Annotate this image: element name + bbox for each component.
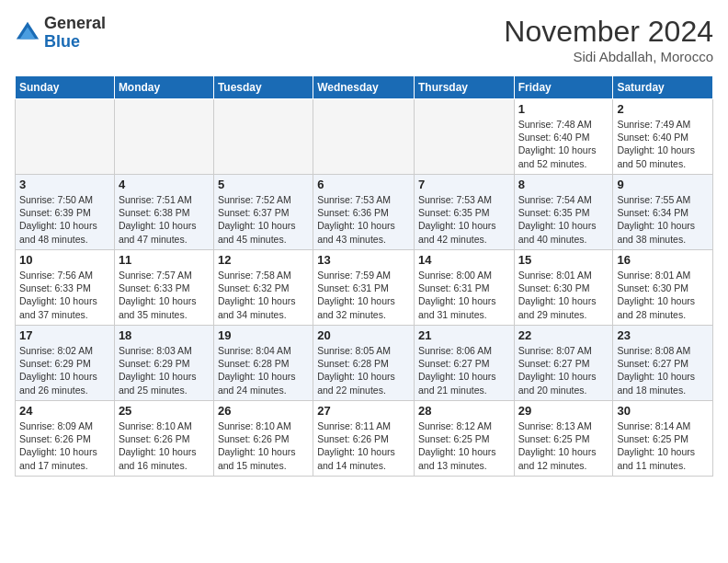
day-info: Sunrise: 7:54 AMSunset: 6:35 PMDaylight:…	[518, 193, 609, 246]
month-title: November 2024	[504, 15, 713, 49]
day-info: Sunrise: 8:08 AMSunset: 6:27 PMDaylight:…	[617, 344, 709, 396]
calendar-cell: 3Sunrise: 7:50 AMSunset: 6:39 PMDaylight…	[16, 175, 115, 250]
location-subtitle: Sidi Abdallah, Morocco	[504, 49, 713, 64]
day-info: Sunrise: 8:01 AMSunset: 6:30 PMDaylight:…	[518, 269, 609, 321]
day-info: Sunrise: 8:03 AMSunset: 6:29 PMDaylight:…	[119, 344, 210, 396]
calendar-cell: 28Sunrise: 8:12 AMSunset: 6:25 PMDayligh…	[414, 401, 514, 477]
day-number: 6	[317, 178, 410, 191]
day-number: 10	[19, 253, 110, 267]
title-block: November 2024 Sidi Abdallah, Morocco	[504, 15, 713, 64]
calendar-week-row: 1Sunrise: 7:48 AMSunset: 6:40 PMDaylight…	[16, 99, 713, 175]
calendar-week-row: 24Sunrise: 8:09 AMSunset: 6:26 PMDayligh…	[16, 401, 713, 477]
calendar-cell: 19Sunrise: 8:04 AMSunset: 6:28 PMDayligh…	[213, 326, 313, 401]
day-number: 7	[418, 178, 510, 191]
calendar-cell: 22Sunrise: 8:07 AMSunset: 6:27 PMDayligh…	[514, 326, 613, 401]
calendar-cell: 30Sunrise: 8:14 AMSunset: 6:25 PMDayligh…	[613, 401, 713, 477]
calendar-cell: 7Sunrise: 7:53 AMSunset: 6:35 PMDaylight…	[414, 175, 514, 250]
calendar-cell: 4Sunrise: 7:51 AMSunset: 6:38 PMDaylight…	[114, 175, 213, 250]
day-number: 17	[19, 328, 110, 342]
calendar-cell: 21Sunrise: 8:06 AMSunset: 6:27 PMDayligh…	[414, 326, 514, 401]
day-number: 15	[518, 253, 609, 267]
day-info: Sunrise: 8:10 AMSunset: 6:26 PMDaylight:…	[119, 419, 210, 472]
calendar-cell: 6Sunrise: 7:53 AMSunset: 6:36 PMDaylight…	[313, 175, 415, 250]
calendar-day-header: Monday	[114, 76, 213, 99]
day-info: Sunrise: 7:53 AMSunset: 6:36 PMDaylight:…	[317, 193, 410, 246]
day-info: Sunrise: 8:04 AMSunset: 6:28 PMDaylight:…	[218, 344, 309, 396]
logo-icon	[15, 20, 40, 46]
calendar-cell	[213, 99, 313, 175]
day-info: Sunrise: 8:01 AMSunset: 6:30 PMDaylight:…	[617, 269, 709, 321]
calendar-cell: 27Sunrise: 8:11 AMSunset: 6:26 PMDayligh…	[313, 401, 415, 477]
calendar-day-header: Saturday	[613, 76, 713, 99]
calendar-cell	[114, 99, 213, 175]
logo-general-text: General	[44, 15, 106, 33]
calendar-cell: 10Sunrise: 7:56 AMSunset: 6:33 PMDayligh…	[16, 250, 115, 326]
calendar-header-row: SundayMondayTuesdayWednesdayThursdayFrid…	[16, 76, 713, 99]
day-number: 19	[218, 328, 309, 342]
calendar-cell	[16, 99, 115, 175]
calendar-cell: 9Sunrise: 7:55 AMSunset: 6:34 PMDaylight…	[613, 175, 713, 250]
day-info: Sunrise: 8:02 AMSunset: 6:29 PMDaylight:…	[19, 344, 110, 396]
day-number: 30	[617, 404, 709, 418]
calendar-cell: 14Sunrise: 8:00 AMSunset: 6:31 PMDayligh…	[414, 250, 514, 326]
day-number: 27	[317, 404, 410, 418]
calendar-cell: 16Sunrise: 8:01 AMSunset: 6:30 PMDayligh…	[613, 250, 713, 326]
calendar-cell: 12Sunrise: 7:58 AMSunset: 6:32 PMDayligh…	[213, 250, 313, 326]
logo: General Blue	[15, 15, 106, 52]
day-number: 21	[418, 328, 510, 342]
day-number: 2	[617, 102, 709, 116]
day-info: Sunrise: 8:05 AMSunset: 6:28 PMDaylight:…	[317, 344, 410, 396]
day-info: Sunrise: 7:53 AMSunset: 6:35 PMDaylight:…	[418, 193, 510, 246]
calendar-week-row: 3Sunrise: 7:50 AMSunset: 6:39 PMDaylight…	[16, 175, 713, 250]
calendar-day-header: Tuesday	[213, 76, 313, 99]
logo-blue-text: Blue	[44, 33, 106, 52]
day-info: Sunrise: 7:49 AMSunset: 6:40 PMDaylight:…	[617, 118, 709, 170]
day-number: 18	[119, 328, 210, 342]
day-info: Sunrise: 7:50 AMSunset: 6:39 PMDaylight:…	[19, 193, 110, 246]
day-info: Sunrise: 8:06 AMSunset: 6:27 PMDaylight:…	[418, 344, 510, 396]
calendar-cell: 8Sunrise: 7:54 AMSunset: 6:35 PMDaylight…	[514, 175, 613, 250]
day-info: Sunrise: 7:57 AMSunset: 6:33 PMDaylight:…	[119, 269, 210, 321]
calendar-cell	[414, 99, 514, 175]
day-info: Sunrise: 7:51 AMSunset: 6:38 PMDaylight:…	[119, 193, 210, 246]
day-info: Sunrise: 8:14 AMSunset: 6:25 PMDaylight:…	[617, 419, 709, 472]
day-info: Sunrise: 7:58 AMSunset: 6:32 PMDaylight:…	[218, 269, 309, 321]
day-number: 5	[218, 178, 309, 191]
day-info: Sunrise: 8:00 AMSunset: 6:31 PMDaylight:…	[418, 269, 510, 321]
calendar-cell: 15Sunrise: 8:01 AMSunset: 6:30 PMDayligh…	[514, 250, 613, 326]
calendar-day-header: Wednesday	[313, 76, 415, 99]
calendar-cell: 20Sunrise: 8:05 AMSunset: 6:28 PMDayligh…	[313, 326, 415, 401]
day-info: Sunrise: 7:48 AMSunset: 6:40 PMDaylight:…	[518, 118, 609, 170]
calendar-cell: 13Sunrise: 7:59 AMSunset: 6:31 PMDayligh…	[313, 250, 415, 326]
day-info: Sunrise: 7:55 AMSunset: 6:34 PMDaylight:…	[617, 193, 709, 246]
day-number: 12	[218, 253, 309, 267]
calendar-cell: 26Sunrise: 8:10 AMSunset: 6:26 PMDayligh…	[213, 401, 313, 477]
day-number: 22	[518, 328, 609, 342]
calendar-day-header: Thursday	[414, 76, 514, 99]
day-info: Sunrise: 8:13 AMSunset: 6:25 PMDaylight:…	[518, 419, 609, 472]
day-info: Sunrise: 8:07 AMSunset: 6:27 PMDaylight:…	[518, 344, 609, 396]
day-number: 8	[518, 178, 609, 191]
calendar-cell: 18Sunrise: 8:03 AMSunset: 6:29 PMDayligh…	[114, 326, 213, 401]
calendar-cell: 25Sunrise: 8:10 AMSunset: 6:26 PMDayligh…	[114, 401, 213, 477]
day-info: Sunrise: 7:52 AMSunset: 6:37 PMDaylight:…	[218, 193, 309, 246]
calendar-cell: 29Sunrise: 8:13 AMSunset: 6:25 PMDayligh…	[514, 401, 613, 477]
calendar-cell: 1Sunrise: 7:48 AMSunset: 6:40 PMDaylight…	[514, 99, 613, 175]
page: General Blue November 2024 Sidi Abdallah…	[0, 0, 728, 563]
day-number: 11	[119, 253, 210, 267]
calendar-cell	[313, 99, 415, 175]
day-number: 24	[19, 404, 110, 418]
calendar-day-header: Sunday	[16, 76, 115, 99]
calendar-cell: 17Sunrise: 8:02 AMSunset: 6:29 PMDayligh…	[16, 326, 115, 401]
day-number: 16	[617, 253, 709, 267]
day-number: 9	[617, 178, 709, 191]
calendar-day-header: Friday	[514, 76, 613, 99]
day-info: Sunrise: 7:56 AMSunset: 6:33 PMDaylight:…	[19, 269, 110, 321]
logo-text: General Blue	[44, 15, 106, 52]
day-number: 1	[518, 102, 609, 116]
calendar-week-row: 17Sunrise: 8:02 AMSunset: 6:29 PMDayligh…	[16, 326, 713, 401]
day-number: 4	[119, 178, 210, 191]
header: General Blue November 2024 Sidi Abdallah…	[15, 15, 713, 64]
day-number: 25	[119, 404, 210, 418]
day-number: 28	[418, 404, 510, 418]
